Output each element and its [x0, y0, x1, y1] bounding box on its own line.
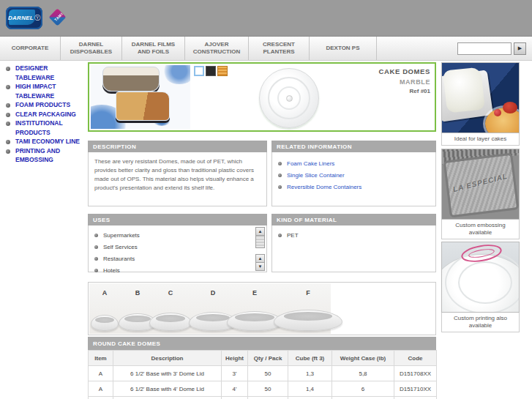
- table-title: ROUND CAKE DOMES: [88, 337, 436, 350]
- material-item: PET: [277, 230, 431, 242]
- material-body: PET: [271, 225, 436, 272]
- category-list: DESIGNER TABLEWAREHIGH IMPACT TABLEWAREF…: [6, 64, 85, 165]
- sidebar-item-tami-economy-line[interactable]: TAMI ECONOMY LINE: [6, 137, 85, 146]
- nav-tab-corporate[interactable]: CORPORATE: [0, 37, 61, 60]
- uses-scrollbar: ▲ ▲ ▼: [255, 227, 265, 271]
- material-list: PET: [277, 230, 431, 242]
- card-caption: Ideal for layer cakes: [441, 133, 520, 146]
- table-cell: 8 1/2' Base with 3' Dome Lid: [113, 397, 222, 399]
- table-column-header: Height: [222, 351, 248, 366]
- main-nav: CORPORATEDARNEL DISPOSABLESDARNEL FILMS …: [0, 36, 532, 61]
- berry: [503, 102, 517, 113]
- nav-tabs: CORPORATEDARNEL DISPOSABLESDARNEL FILMS …: [0, 37, 377, 60]
- nav-tab-ajover-construction[interactable]: AJOVER CONSTRUCTION: [185, 37, 249, 60]
- uses-list: SupermarketsSelf ServicesRestaurantsHote…: [93, 230, 262, 277]
- card-caption: Custom embossing available: [441, 220, 520, 239]
- table-cell: D151708XX: [394, 366, 437, 381]
- sidebar-item-printing-and-embossing[interactable]: PRINTING AND EMBOSSING: [6, 146, 85, 165]
- product-header: CAKE DOMES MARBLE Ref #01: [88, 62, 436, 132]
- darnel-logo-text: DARNEL: [8, 15, 34, 21]
- description-body: These are very resistant Domes, made out…: [88, 152, 267, 206]
- product-table-section: ROUND CAKE DOMES ItemDescriptionHeightQt…: [88, 337, 436, 399]
- table-row: B8 1/2' Base with 3' Dome Lid3'502,39,3D…: [89, 397, 437, 399]
- scroll-down-icon[interactable]: ▼: [255, 262, 265, 271]
- table-cell: B: [89, 397, 113, 399]
- uses-item: Hotels: [93, 265, 262, 277]
- description-section: DESCRIPTION These are very resistant Dom…: [88, 141, 267, 206]
- table-header-row: ItemDescriptionHeightQty / PackCube (ft …: [89, 351, 437, 366]
- color-swatch-black[interactable]: [206, 66, 216, 76]
- table-column-header: Description: [113, 351, 222, 366]
- table-cell: 6: [332, 381, 394, 397]
- table-cell: 5,8: [332, 366, 394, 381]
- category-sidebar: DESIGNER TABLEWAREHIGH IMPACT TABLEWAREF…: [6, 64, 85, 165]
- search-go-button[interactable]: ▶: [514, 42, 526, 55]
- dome-center-knob: [286, 95, 293, 102]
- uses-item: Self Services: [93, 242, 262, 253]
- scrollbar-bottom-buttons: ▲ ▼: [255, 254, 265, 271]
- table-cell: 6 1/2' Base with 4' Dome Lid: [113, 381, 222, 397]
- table-column-header: Weight Case (lb): [332, 351, 394, 366]
- scrollbar-thumb[interactable]: [255, 235, 265, 248]
- size-letter-b: B: [135, 289, 141, 297]
- description-header: DESCRIPTION: [88, 141, 267, 152]
- darnel-logo-circle-icon: Ⓨ: [34, 14, 40, 22]
- nav-tab-darnel-disposables[interactable]: DARNEL DISPOSABLES: [61, 37, 122, 60]
- photo-cake-slice: [116, 92, 170, 121]
- uses-item: Supermarkets: [93, 230, 262, 242]
- table-column-header: Cube (ft 3): [288, 351, 332, 366]
- sidebar-item-high-impact-tableware[interactable]: HIGH IMPACT TABLEWARE: [6, 82, 85, 100]
- material-section: KIND OF MATERIAL PET: [271, 214, 436, 272]
- table-row: A6 1/2' Base with 4' Dome Lid4'501,46D15…: [89, 381, 437, 397]
- size-letter-c: C: [168, 289, 173, 297]
- tami-logo[interactable]: TAMI: [50, 7, 66, 29]
- table-cell: 50: [248, 366, 288, 381]
- uses-item: Restaurants: [93, 253, 262, 265]
- table-cell: 2,3: [288, 397, 332, 399]
- uses-section: USES SupermarketsSelf ServicesRestaurant…: [88, 214, 267, 272]
- table-cell: D151710XX: [394, 381, 437, 397]
- photo-cake-container: [102, 67, 160, 92]
- table-cell: 50: [248, 397, 288, 399]
- related-link[interactable]: Foam Cake Liners: [277, 158, 431, 170]
- nav-spacer: [377, 37, 457, 60]
- nav-tab-crescent-planters[interactable]: CRESCENT PLANTERS: [249, 37, 310, 60]
- dome-lid-image: [259, 68, 319, 128]
- related-section: RELATED INFORMATION Foam Cake LinersSing…: [271, 141, 436, 206]
- sidebar-item-clear-packaging[interactable]: CLEAR PACKAGING: [6, 110, 85, 119]
- related-link[interactable]: Reversible Dome Containers: [277, 182, 431, 193]
- table-cell: 3': [222, 366, 248, 381]
- product-photo: [91, 65, 190, 129]
- photo-blue-splash: [162, 65, 190, 84]
- related-body: Foam Cake LinersSingle Slice ContainerRe…: [271, 152, 436, 206]
- product-titles: CAKE DOMES MARBLE Ref #01: [379, 67, 430, 94]
- layer-cakes-image: [441, 62, 520, 133]
- color-swatch-white[interactable]: [194, 66, 204, 76]
- sidebar-item-designer-tableware[interactable]: DESIGNER TABLEWARE: [6, 64, 85, 82]
- search-input[interactable]: [457, 42, 512, 55]
- size-chart: ABCDEF: [88, 282, 436, 335]
- sidebar-item-foam-products[interactable]: FOAM PRODUCTS: [6, 100, 85, 110]
- sidebar-item-institutional-products[interactable]: INSTITUTIONAL PRODUCTS: [6, 119, 85, 137]
- table-column-header: Qty / Pack: [248, 351, 288, 366]
- size-letter-d: D: [211, 289, 216, 297]
- size-letter-a: A: [102, 289, 108, 297]
- nav-tab-dexton-ps[interactable]: DEXTON PS: [310, 37, 377, 60]
- white-cake: [443, 67, 485, 113]
- darnel-logo[interactable]: DARNEL Ⓨ: [6, 7, 42, 29]
- size-dome-c: [149, 313, 192, 331]
- table-cell: 3': [222, 397, 248, 399]
- aside-card-embossing: LA ESPECIAL Custom embossing available: [441, 149, 520, 239]
- color-swatches: [194, 66, 228, 76]
- material-header: KIND OF MATERIAL: [271, 214, 436, 225]
- related-link[interactable]: Single Slice Container: [277, 170, 431, 182]
- product-subtitle: MARBLE: [379, 78, 430, 86]
- table-cell: 6 1/2' Base with 3' Dome Lid: [113, 366, 222, 381]
- color-swatch-amber[interactable]: [217, 66, 228, 76]
- aside-card-layer-cakes: Ideal for layer cakes: [441, 62, 520, 146]
- aside-card-printing: Custom printing also available: [441, 242, 520, 332]
- search-area: ▶: [457, 37, 532, 60]
- table-cell: D152208XX: [394, 397, 437, 399]
- uses-header: USES: [88, 214, 267, 225]
- nav-tab-darnel-films-and-foils[interactable]: DARNEL FILMS AND FOILS: [122, 37, 185, 60]
